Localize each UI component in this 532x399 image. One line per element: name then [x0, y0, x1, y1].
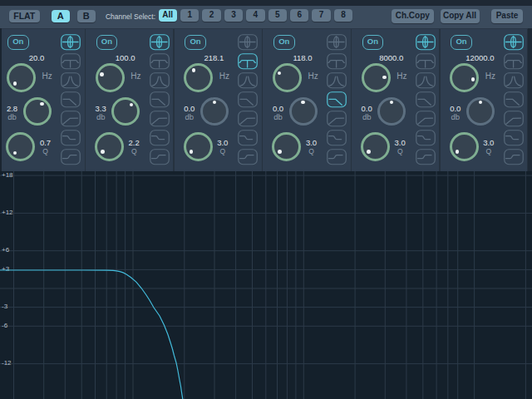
svg-text:+18: +18 [2, 171, 13, 179]
svg-text:+12: +12 [2, 209, 13, 216]
svg-text:-12: -12 [2, 359, 12, 367]
svg-text:-3: -3 [2, 303, 8, 310]
svg-text:-6: -6 [2, 322, 8, 329]
svg-text:+6: +6 [2, 246, 10, 254]
svg-text:+3: +3 [2, 265, 10, 273]
